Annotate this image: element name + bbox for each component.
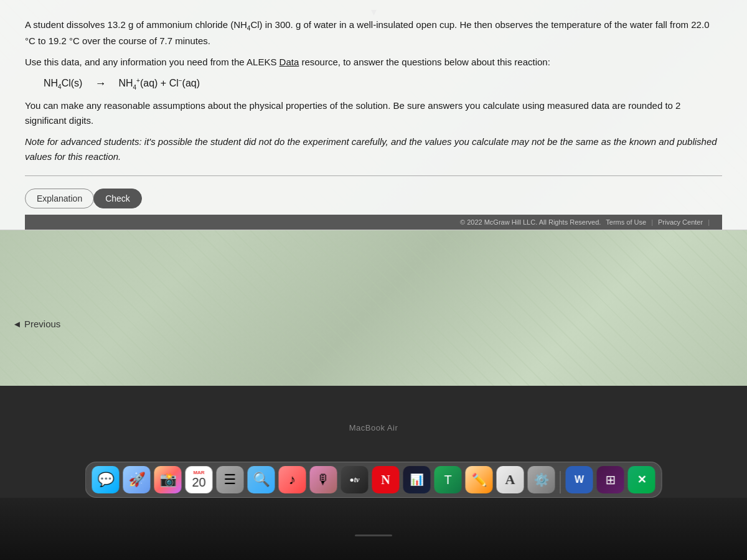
trackpad-hint <box>355 534 392 536</box>
settings-icon: ⚙️ <box>533 472 549 487</box>
dock-sketch[interactable]: ✏️ <box>466 466 493 493</box>
dock-messages[interactable]: 💬 <box>92 466 120 493</box>
navigation-row: ◄ Previous <box>0 311 747 337</box>
footer-bar: © 2022 McGraw Hill LLC. All Rights Reser… <box>25 215 722 230</box>
previous-button[interactable]: ◄ Previous <box>12 319 60 329</box>
privacy-link[interactable]: Privacy Center <box>658 218 703 226</box>
dock-fontbook[interactable]: A <box>497 466 524 493</box>
macbook-label: MacBook Air <box>349 423 398 432</box>
dock-music[interactable]: ♪ <box>279 466 306 493</box>
calendar-day: 20 <box>192 475 205 490</box>
dock-launchpad[interactable]: 🚀 <box>123 466 151 493</box>
equation-right: NH4+(aq) + Cl−(aq) <box>118 77 200 91</box>
dock-finder[interactable]: 🔍 <box>248 466 275 493</box>
check-button[interactable]: Check <box>93 189 142 208</box>
word-icon: W <box>575 474 584 485</box>
dock-word[interactable]: W <box>566 466 593 493</box>
bottom-bezel <box>0 498 747 560</box>
advanced-note: Note for advanced students: it's possibl… <box>25 134 722 164</box>
problem-paragraph-1: A student dissolves 13.2 g of ammonium c… <box>25 17 722 49</box>
footer-separator-2: | <box>708 218 710 226</box>
netflix-icon: N <box>381 473 390 487</box>
appletv-icon: ●tv <box>350 475 360 485</box>
separator <box>25 175 722 176</box>
dock-appletv[interactable]: ●tv <box>341 466 369 493</box>
dock-xcode[interactable]: ✕ <box>628 466 655 493</box>
dock: 💬 🚀 📸 MAR 20 ☰ 🔍 ♪ 🎙 ●tv N 📊 T ✏️ A <box>85 462 662 498</box>
dock-photos[interactable]: 📸 <box>154 466 182 493</box>
chemical-equation: NH4Cl(s) → NH4+(aq) + Cl−(aq) <box>44 77 722 91</box>
dock-reminders[interactable]: ☰ <box>217 466 244 493</box>
fontbook-icon: A <box>505 472 515 488</box>
dock-netflix[interactable]: N <box>372 466 400 493</box>
slack-icon: ⊞ <box>605 472 616 487</box>
reaction-arrow: → <box>95 77 106 90</box>
dock-divider <box>560 471 561 493</box>
dock-calendar[interactable]: MAR 20 <box>186 466 213 493</box>
problem-paragraph-2: Use this data, and any information you n… <box>25 55 722 70</box>
stocks-icon: 📊 <box>410 473 424 487</box>
footer-separator: | <box>651 218 653 226</box>
calendar-month: MAR <box>193 470 204 475</box>
dock-numbers[interactable]: T <box>435 466 462 493</box>
dock-slack[interactable]: ⊞ <box>597 466 624 493</box>
problem-paragraph-3: You can make any reasonable assumptions … <box>25 98 722 128</box>
explanation-button[interactable]: Explanation <box>25 189 94 208</box>
screen-area: ▾ A student dissolves 13.2 g of ammonium… <box>0 0 747 386</box>
sketch-icon: ✏️ <box>471 472 487 487</box>
dock-systemprefs[interactable]: ⚙️ <box>528 466 555 493</box>
action-buttons: Explanation Check <box>25 184 722 215</box>
dock-podcasts[interactable]: 🎙 <box>310 466 337 493</box>
terms-link[interactable]: Terms of Use <box>606 218 646 226</box>
numbers-icon: T <box>444 473 451 487</box>
dock-stocks[interactable]: 📊 <box>403 466 431 493</box>
copyright-text: © 2022 McGraw Hill LLC. All Rights Reser… <box>460 218 601 226</box>
content-card: A student dissolves 13.2 g of ammonium c… <box>0 0 747 230</box>
equation-left: NH4Cl(s) <box>44 78 82 90</box>
xcode-icon: ✕ <box>637 473 646 487</box>
